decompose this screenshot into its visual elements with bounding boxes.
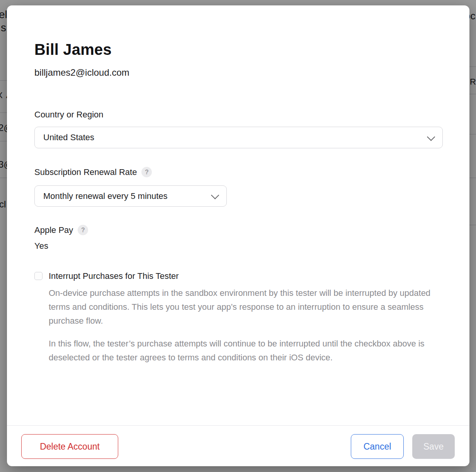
help-icon[interactable]: ?: [141, 167, 152, 177]
dialog-title: Bill James: [34, 41, 112, 58]
renewal-rate-select[interactable]: Monthly renewal every 5 minutes: [34, 185, 227, 207]
chevron-down-icon: [211, 191, 219, 199]
interrupt-purchases-checkbox[interactable]: [34, 272, 42, 280]
apple-pay-label-row: Apple Pay ?: [34, 225, 88, 235]
country-region-select[interactable]: United States: [34, 127, 443, 148]
tester-email: billjames2@icloud.com: [34, 67, 129, 78]
apple-pay-label: Apple Pay: [34, 225, 73, 235]
country-region-label: Country or Region: [34, 110, 104, 120]
renewal-rate-value: Monthly renewal every 5 minutes: [43, 191, 168, 201]
chevron-down-icon: [427, 132, 435, 141]
renewal-rate-label-row: Subscription Renewal Rate ?: [34, 167, 152, 177]
delete-account-button[interactable]: Delete Account: [21, 434, 118, 459]
apple-pay-value: Yes: [34, 241, 48, 251]
edit-tester-dialog: Bill James billjames2@icloud.com Country…: [7, 5, 469, 466]
save-button[interactable]: Save: [412, 434, 455, 459]
cancel-button[interactable]: Cancel: [351, 434, 404, 459]
interrupt-description-2: In this flow, the tester’s purchase atte…: [49, 337, 444, 365]
interrupt-description-1: On-device purchase attempts in the sandb…: [49, 286, 444, 328]
country-region-value: United States: [43, 132, 94, 143]
renewal-rate-label: Subscription Renewal Rate: [34, 167, 137, 177]
interrupt-purchases-label[interactable]: Interrupt Purchases for This Tester: [49, 271, 179, 281]
footer-divider: [7, 425, 469, 426]
help-icon[interactable]: ?: [78, 225, 88, 235]
